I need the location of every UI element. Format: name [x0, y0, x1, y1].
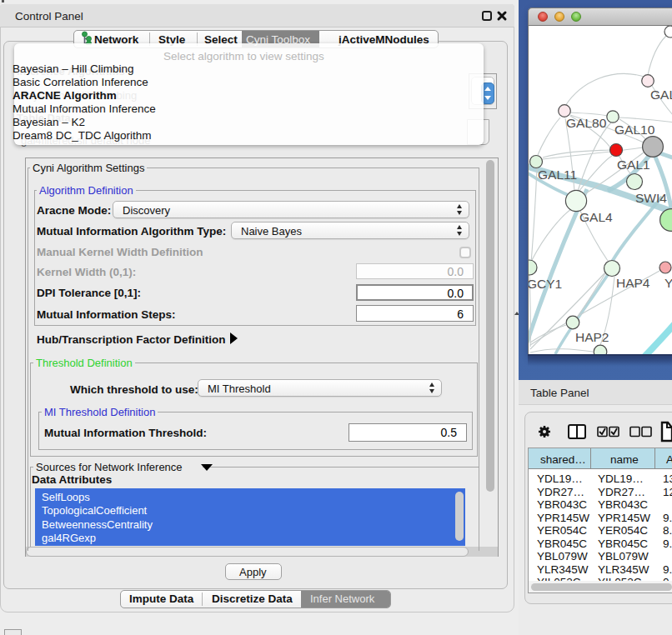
svg-text:GAL4: GAL4	[579, 210, 613, 224]
svg-text:GAL: GAL	[650, 88, 672, 102]
svg-text:HAP4: HAP4	[616, 276, 650, 290]
svg-text:GAL11: GAL11	[538, 168, 577, 182]
svg-text:GAL10: GAL10	[614, 122, 655, 137]
svg-text:GAL1: GAL1	[617, 158, 650, 172]
svg-text:GCY1: GCY1	[529, 277, 562, 291]
svg-text:Y: Y	[664, 276, 672, 290]
svg-text:GAL80: GAL80	[566, 116, 607, 130]
svg-text:SWI4: SWI4	[635, 191, 667, 205]
svg-text:HAP2: HAP2	[575, 330, 609, 344]
